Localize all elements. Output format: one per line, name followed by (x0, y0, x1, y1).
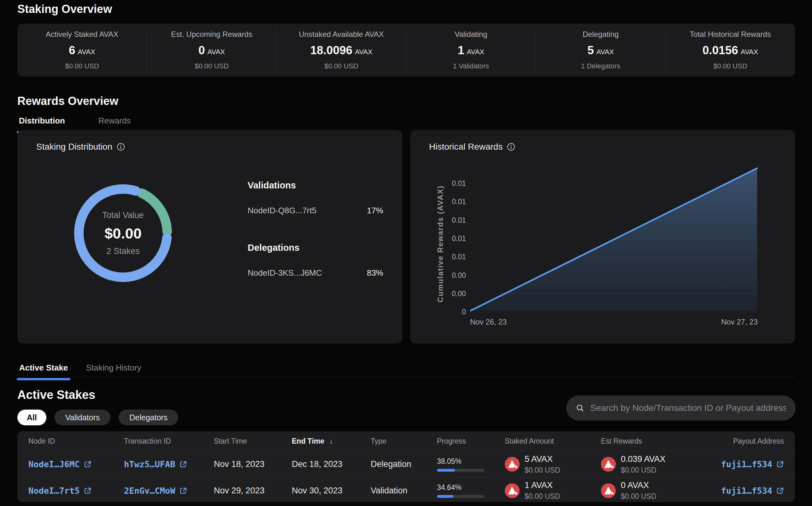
y-tick-label: 0 (462, 308, 466, 316)
col-transaction-id: Transaction ID (124, 437, 214, 445)
stat-actively-staked: Actively Staked AVAX 6AVAX $0.00 USD (17, 27, 147, 73)
end-time: Dec 18, 2023 (292, 459, 371, 469)
y-axis-label: Cumulative Rewards (AVAX) (436, 178, 445, 310)
info-icon[interactable] (117, 143, 125, 151)
avax-logo-icon (601, 457, 616, 472)
filter-validators[interactable]: Validators (55, 410, 111, 425)
card-title-text: Staking Distribution (36, 142, 112, 152)
stat-value: 18.0096AVAX (277, 44, 406, 57)
card-title-text: Historical Rewards (429, 142, 502, 152)
rewards-usd: $0.00 USD (621, 492, 657, 501)
rewards-line-chart: 0.010.010.010.010.010.000.000 (470, 166, 758, 312)
donut-center-sub: 2 Stakes (106, 246, 139, 256)
stat-label: Total Historical Rewards (666, 30, 795, 39)
staked-amount-cell: 1 AVAX$0.00 USD (505, 481, 601, 501)
stat-upcoming-rewards: Est. Upcoming Rewards 0AVAX $0.00 USD (147, 27, 276, 73)
transaction-id-link[interactable]: 2EnGv…CMoW (124, 486, 187, 496)
stake-search[interactable] (566, 396, 796, 421)
tab-label: Active Stake (19, 363, 68, 372)
y-tick-label: 0.01 (452, 253, 466, 261)
col-end-time-sort[interactable]: End Time ↓ (292, 437, 371, 445)
y-gridline (470, 312, 758, 312)
stat-value: 5AVAX (536, 44, 665, 57)
tab-active-stake[interactable]: Active Stake (17, 363, 70, 380)
transaction-id-link[interactable]: hTwz5…UFAB (124, 459, 187, 469)
progress-label: 38.05% (437, 457, 505, 466)
stat-label: Est. Upcoming Rewards (147, 30, 276, 39)
y-gridline (470, 293, 758, 294)
delegation-row[interactable]: NodeID-3KS...J6MC 83% (248, 268, 383, 278)
x-tick-end: Nov 27, 23 (721, 318, 758, 326)
y-gridline (470, 275, 758, 276)
end-time: Nov 30, 2023 (292, 486, 371, 496)
payout-address-link[interactable]: fuji1…f534 (721, 459, 784, 469)
staking-distribution-title: Staking Distribution (36, 142, 125, 152)
y-tick-label: 0.00 (452, 289, 466, 298)
stat-sub: $0.00 USD (277, 62, 406, 70)
staked-avax: 5 AVAX (525, 454, 560, 464)
external-link-icon (84, 460, 91, 468)
col-staked-amount: Staked Amount (505, 437, 601, 445)
stat-sub: $0.00 USD (666, 62, 795, 70)
col-label: End Time (292, 437, 324, 445)
rewards-usd: $0.00 USD (621, 466, 666, 475)
stat-label: Unstaked Available AVAX (277, 30, 406, 39)
donut-center: Total Value $0.00 2 Stakes (74, 184, 172, 282)
progress-fill (437, 469, 455, 472)
external-link-icon (179, 460, 187, 468)
external-link-icon (179, 487, 187, 495)
search-icon (576, 404, 585, 412)
external-link-icon (84, 487, 91, 495)
historical-rewards-title: Historical Rewards (429, 142, 515, 152)
donut-center-label: Total Value (102, 210, 144, 220)
tab-label: Rewards (98, 116, 131, 125)
stat-value: 0AVAX (147, 44, 276, 57)
filter-all[interactable]: All (17, 410, 46, 425)
payout-address-link[interactable]: fuji1…f534 (721, 486, 784, 496)
staked-usd: $0.00 USD (525, 492, 560, 501)
stat-value: 6AVAX (17, 44, 147, 57)
stat-value: 0.0156AVAX (666, 44, 795, 57)
node-id-link[interactable]: NodeI…J6MC (28, 459, 91, 469)
y-tick-label: 0.01 (452, 216, 466, 224)
external-link-icon (776, 460, 784, 468)
distribution-legend: Validations NodeID-Q8G...7rt5 17% Delega… (248, 180, 383, 278)
stat-unstaked-available: Unstaked Available AVAX 18.0096AVAX $0.0… (276, 27, 406, 73)
x-axis-labels: Nov 26, 23 Nov 27, 23 (470, 318, 758, 326)
y-gridline (470, 220, 758, 221)
filter-delegators[interactable]: Delegators (119, 410, 178, 425)
staking-distribution-card: Staking Distribution Total Value $0.00 2… (17, 130, 402, 343)
avax-logo-icon (505, 457, 520, 472)
node-id-link[interactable]: NodeI…7rt5 (28, 486, 91, 496)
validation-row[interactable]: NodeID-Q8G...7rt5 17% (248, 206, 383, 216)
external-link-icon (776, 487, 784, 495)
stake-filters: All Validators Delegators (17, 410, 178, 425)
y-tick-label: 0.01 (452, 179, 466, 188)
rewards-line-svg (470, 166, 758, 312)
stat-value: 1AVAX (406, 44, 536, 57)
progress-cell: 38.05% (437, 457, 505, 472)
y-gridline (470, 183, 758, 184)
y-gridline (470, 257, 758, 257)
info-icon[interactable] (507, 143, 515, 151)
stat-label: Delegating (536, 30, 665, 39)
tab-staking-history[interactable]: Staking History (86, 363, 141, 380)
validations-heading: Validations (248, 180, 383, 191)
rewards-avax: 0.039 AVAX (621, 454, 666, 464)
stat-label: Actively Staked AVAX (17, 30, 147, 39)
rewards-avax: 0 AVAX (621, 481, 657, 490)
stat-validating: Validating 1AVAX 1 Validators (406, 27, 536, 73)
stat-delegating: Delegating 5AVAX 1 Delegators (536, 27, 665, 73)
table-header-row: Node ID Transaction ID Start Time End Ti… (17, 431, 795, 451)
col-est-rewards: Est Rewards (601, 437, 705, 445)
col-progress: Progress (437, 437, 505, 445)
stake-tabs: Active Stake Staking History (17, 363, 141, 380)
active-tab-underline (17, 378, 70, 380)
tab-label: Staking History (86, 363, 141, 372)
stat-sub: $0.00 USD (147, 62, 276, 70)
start-time: Nov 18, 2023 (214, 459, 292, 469)
progress-label: 34.64% (437, 483, 505, 492)
col-start-time: Start Time (214, 437, 292, 445)
search-input[interactable] (590, 403, 786, 413)
historical-rewards-card: Historical Rewards Cumulative Rewards (A… (410, 130, 795, 343)
